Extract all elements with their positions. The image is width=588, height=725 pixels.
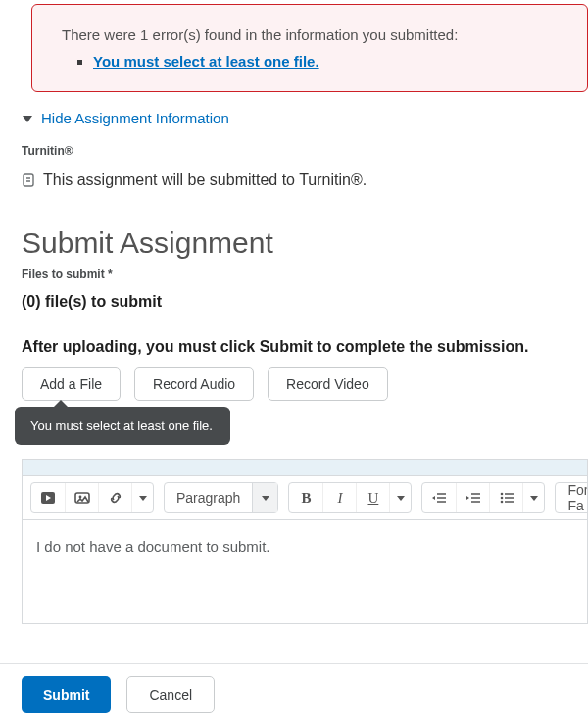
editor-toolbar: Paragraph B I U <box>22 475 588 520</box>
upload-instruction: After uploading, you must click Submit t… <box>22 338 588 356</box>
files-label: Files to submit * <box>22 267 588 281</box>
cancel-button[interactable]: Cancel <box>126 676 215 713</box>
italic-button[interactable]: I <box>322 483 356 512</box>
files-count: (0) file(s) to submit <box>22 293 588 311</box>
svg-point-13 <box>501 501 504 504</box>
outdent-button[interactable] <box>422 483 456 512</box>
underline-button[interactable]: U <box>356 483 389 512</box>
svg-marker-10 <box>466 496 469 500</box>
error-link[interactable]: You must select at least one file. <box>93 53 319 70</box>
svg-marker-8 <box>397 496 405 501</box>
svg-point-12 <box>501 497 504 500</box>
upload-actions: Add a File Record Audio Record Video You… <box>22 367 588 401</box>
submit-button[interactable]: Submit <box>22 676 111 713</box>
svg-marker-0 <box>23 116 32 122</box>
error-banner: There were 1 error(s) found in the infor… <box>31 4 588 92</box>
font-select[interactable]: Font Fa <box>555 482 588 513</box>
svg-marker-7 <box>262 496 270 501</box>
caret-down-icon <box>22 114 33 123</box>
bullet-list-button[interactable] <box>489 483 522 512</box>
svg-marker-14 <box>530 496 538 501</box>
editor-body[interactable]: I do not have a document to submit. <box>22 520 588 624</box>
indent-button[interactable] <box>456 483 489 512</box>
integration-label: Turnitin® <box>22 144 588 158</box>
add-file-button[interactable]: Add a File <box>22 367 121 401</box>
bold-button[interactable]: B <box>289 483 322 512</box>
insert-image-button[interactable] <box>65 483 98 512</box>
richtext-editor: Paragraph B I U <box>22 459 588 624</box>
record-audio-button[interactable]: Record Audio <box>134 367 254 401</box>
editor-accent-bar <box>22 459 588 475</box>
turnitin-icon <box>22 172 35 188</box>
toggle-label: Hide Assignment Information <box>41 110 229 126</box>
svg-point-11 <box>501 493 504 496</box>
font-select-label: Font Fa <box>556 482 588 513</box>
turnitin-notice-row: This assignment will be submitted to Tur… <box>22 171 588 189</box>
insert-media-button[interactable] <box>31 483 65 512</box>
record-video-button[interactable]: Record Video <box>268 367 388 401</box>
insert-more-dropdown[interactable] <box>131 483 153 512</box>
error-item: You must select at least one file. <box>93 53 558 70</box>
insert-link-button[interactable] <box>98 483 131 512</box>
format-select[interactable]: Paragraph <box>164 482 278 513</box>
error-summary: There were 1 error(s) found in the infor… <box>62 26 558 43</box>
format-select-label: Paragraph <box>165 490 252 506</box>
validation-tooltip: You must select at least one file. <box>15 407 230 445</box>
toggle-assignment-info[interactable]: Hide Assignment Information <box>22 110 588 126</box>
footer-actions: Submit Cancel <box>0 663 588 725</box>
list-more-dropdown[interactable] <box>522 483 544 512</box>
svg-marker-9 <box>432 496 435 500</box>
chevron-down-icon <box>252 483 277 512</box>
svg-rect-1 <box>24 174 33 186</box>
turnitin-notice: This assignment will be submitted to Tur… <box>43 171 367 189</box>
page-title: Submit Assignment <box>22 226 588 260</box>
text-style-more-dropdown[interactable] <box>389 483 411 512</box>
svg-marker-6 <box>139 496 147 501</box>
